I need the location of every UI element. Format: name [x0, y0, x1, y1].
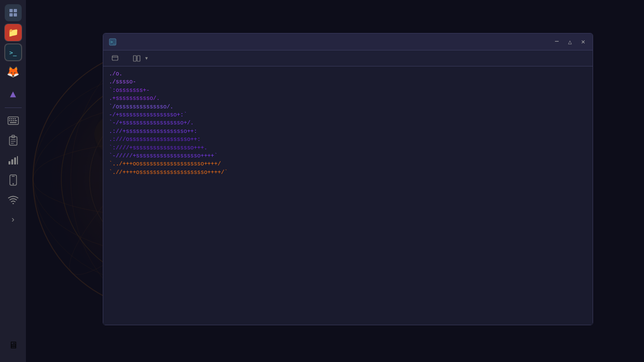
svg-text:>_: >_: [110, 40, 116, 44]
svg-rect-24: [13, 120, 14, 121]
folder-icon: 📁: [8, 27, 18, 38]
svg-point-37: [12, 183, 14, 185]
svg-rect-25: [15, 120, 17, 121]
svg-rect-44: [133, 56, 136, 61]
monitor-icon: 🖥: [8, 340, 18, 351]
taskbar-chevron-button[interactable]: ›: [4, 211, 22, 229]
konsole-window: >_ − △ ✕: [103, 33, 593, 325]
taskbar-clipboard-button[interactable]: [4, 132, 22, 149]
taskbar-top: 📁 >_ 🦊 ▲: [4, 4, 22, 322]
stats-icon: [8, 156, 18, 165]
svg-rect-22: [9, 120, 10, 121]
apps-icon-box: [5, 4, 22, 21]
svg-rect-20: [13, 118, 14, 119]
title-bar: >_ − △ ✕: [103, 33, 593, 50]
konsole-icon-box: >_: [5, 44, 22, 61]
taskbar-divider-1: [5, 107, 22, 108]
taskbar-keyboard-button[interactable]: [4, 112, 22, 130]
title-bar-controls: − △ ✕: [552, 37, 588, 47]
taskbar-phone-button[interactable]: [4, 171, 22, 189]
taskbar-endeavour-button[interactable]: ▲: [4, 86, 22, 104]
chevron-right-icon: ›: [10, 215, 16, 224]
window-close-button[interactable]: ✕: [578, 37, 588, 47]
taskbar-stats-button[interactable]: [4, 151, 22, 169]
window-maximize-button[interactable]: △: [565, 37, 575, 47]
svg-point-39: [12, 203, 14, 205]
svg-rect-34: [14, 157, 16, 165]
svg-rect-32: [8, 161, 10, 165]
svg-rect-23: [11, 120, 12, 121]
svg-rect-13: [9, 9, 13, 12]
split-view-icon: [133, 55, 140, 62]
svg-rect-14: [14, 9, 17, 12]
taskbar-wifi-button[interactable]: [4, 191, 22, 209]
svg-rect-15: [9, 13, 13, 16]
apps-grid-icon: [8, 8, 18, 17]
taskbar-bottom: 🖥: [4, 322, 22, 358]
endeavour-icon: ▲: [10, 89, 16, 101]
svg-rect-19: [11, 118, 12, 119]
taskbar-firefox-button[interactable]: 🦊: [4, 63, 22, 81]
taskbar-monitor-button[interactable]: 🖥: [4, 337, 22, 354]
split-view-button[interactable]: ▾: [129, 53, 152, 64]
taskbar: 📁 >_ 🦊 ▲: [0, 0, 26, 362]
svg-rect-42: [112, 56, 118, 60]
konsole-title-svg-icon: >_: [109, 38, 116, 46]
tab-bar: ▾: [103, 50, 593, 66]
new-tab-icon: [112, 55, 118, 62]
clipboard-icon: [8, 135, 18, 146]
terminal-ascii-art: ./o. ./sssso- `:osssssss+- .+sssssssssso…: [109, 70, 269, 321]
svg-rect-45: [137, 56, 140, 61]
terminal-body[interactable]: ./o. ./sssso- `:osssssss+- .+sssssssssso…: [103, 66, 593, 325]
new-tab-button[interactable]: [108, 53, 124, 64]
svg-rect-18: [9, 118, 10, 119]
taskbar-konsole-button[interactable]: >_: [4, 43, 22, 61]
files-icon-box: 📁: [5, 24, 22, 41]
title-bar-left: >_: [108, 37, 117, 47]
ascii-art-display: ./o. ./sssso- `:osssssss+- .+sssssssssso…: [109, 70, 269, 177]
svg-rect-16: [14, 13, 17, 16]
svg-rect-21: [15, 118, 16, 119]
taskbar-apps-button[interactable]: [4, 4, 22, 22]
terminal-title-icon: >_: [108, 37, 117, 47]
window-minimize-button[interactable]: −: [552, 37, 561, 47]
firefox-icon: 🦊: [7, 66, 19, 79]
desktop: G 📁 >_: [0, 0, 644, 362]
split-view-chevron: ▾: [145, 55, 148, 61]
svg-rect-35: [17, 156, 18, 165]
konsole-icon: >_: [9, 49, 17, 56]
phone-icon: [9, 174, 17, 186]
svg-rect-26: [10, 122, 17, 123]
keyboard-icon: [8, 116, 19, 125]
taskbar-files-button[interactable]: 📁: [4, 24, 22, 41]
svg-rect-33: [11, 159, 13, 165]
wifi-icon: [8, 196, 18, 204]
